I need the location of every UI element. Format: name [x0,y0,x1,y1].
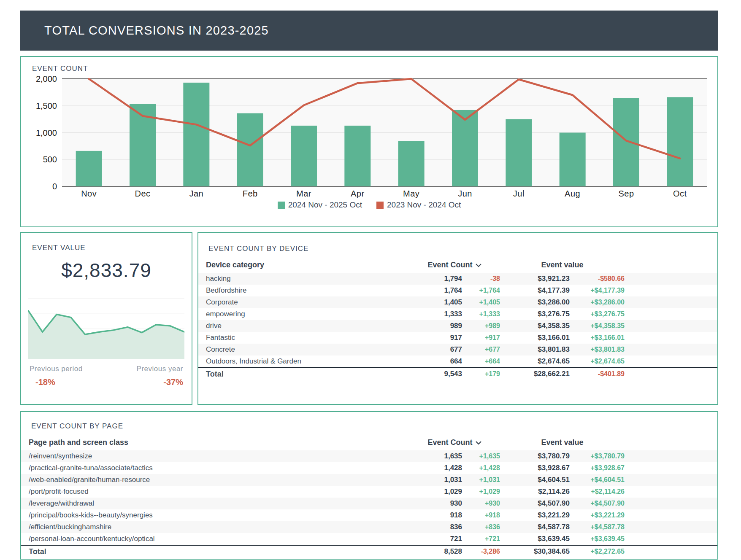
count-delta-cell: +917 [462,332,500,344]
event-value-cell: $3,801.83 [500,344,570,355]
svg-text:500: 500 [43,155,57,164]
table-total-row: Total9,543+179$28,662.21-$401.89 [198,368,717,380]
legend-item-previous-period[interactable]: 2023 Nov - 2024 Oct [376,200,461,210]
event-count-panel: EVENT COUNT 05001,0001,5002,000NovDecJan… [20,56,718,227]
value-delta-cell: +$2,674.65 [570,355,625,368]
page-panel-title: EVENT COUNT BY PAGE [31,422,717,431]
previous-year-block: Previous year -37% [137,365,183,387]
row-spacer [625,498,717,509]
device-category-cell: empowering [198,308,409,320]
device-event-value-header[interactable]: Event value [500,259,625,273]
legend-swatch-previous-icon [376,202,384,209]
previous-year-delta: -37% [137,377,183,387]
event-value-cell: $3,780.79 [500,450,570,462]
event-count-cell: 930 [409,498,462,509]
svg-text:Aug: Aug [565,189,580,198]
count-delta-cell: +1,764 [462,285,500,296]
legend-label-current: 2024 Nov - 2025 Oct [288,200,362,210]
count-delta-cell: +918 [462,509,500,521]
page-path-cell: /practical-granite-tuna/associate/tactic… [21,462,409,474]
value-delta-cell: +$2,114.26 [570,486,625,498]
count-delta-cell: +1,029 [462,486,500,498]
count-delta-cell: +721 [462,533,500,545]
event-count-by-page-panel: EVENT COUNT BY PAGE Page path and screen… [20,411,718,560]
svg-text:Dec: Dec [135,189,150,198]
row-spacer [625,474,717,486]
total-event-value-cell: $28,662.21 [500,368,570,380]
device-event-count-sort-header[interactable]: Event Count [409,259,500,273]
value-delta-cell: +$3,221.29 [570,509,625,521]
count-delta-cell: +1,405 [462,296,500,308]
event-value-cell: $3,921.23 [500,273,570,285]
event-value-cell: $3,286.00 [500,296,570,308]
event-count-cell: 677 [409,344,462,355]
legend-label-previous: 2023 Nov - 2024 Oct [387,200,461,210]
event-value-sparkline [28,299,184,359]
count-delta-cell: +836 [462,521,500,533]
svg-text:1,000: 1,000 [36,128,57,137]
event-value-cell: $4,507.90 [500,498,570,509]
event-value-cell: $3,276.75 [500,308,570,320]
page-event-value-header[interactable]: Event value [500,436,625,450]
count-delta-cell: +1,428 [462,462,500,474]
event-value-cell: $4,358.35 [500,320,570,332]
value-delta-cell: +$4,358.35 [570,320,625,332]
table-row: Corporate1,405+1,405$3,286.00+$3,286.00 [198,296,717,308]
row-spacer [625,273,717,285]
total-label-cell: Total [21,545,409,557]
count-delta-cell: +989 [462,320,500,332]
event-value-cell: $3,639.45 [500,533,570,545]
value-delta-cell: -$580.66 [570,273,625,285]
sort-chevron-down-icon [475,263,482,267]
table-row: Fantastic917+917$3,166.01+$3,166.01 [198,332,717,344]
count-delta-cell: -38 [462,273,500,285]
svg-text:Jun: Jun [458,189,472,198]
value-delta-cell: +$3,166.01 [570,332,625,344]
count-delta-cell: +677 [462,344,500,355]
row-spacer [625,533,717,545]
device-category-cell: Fantastic [198,332,409,344]
total-label-cell: Total [198,368,409,380]
conversions-bar-line-chart[interactable]: 05001,0001,5002,000NovDecJanFebMarAprMay… [21,74,717,200]
table-row: /port/profit-focused1,029+1,029$2,114.26… [21,486,717,498]
device-category-cell: drive [198,320,409,332]
page-path-cell: /efficient/buckinghamshire [21,521,409,533]
event-value-cell: $3,166.01 [500,332,570,344]
table-row: Outdoors, Industrial & Garden664+664$2,6… [198,355,717,368]
count-delta-cell: +1,333 [462,308,500,320]
dashboard-page: TOTAL CONVERSIONS IN 2023-2025 EVENT COU… [20,11,718,560]
table-row: drive989+989$4,358.35+$4,358.35 [198,320,717,332]
svg-text:May: May [403,189,419,198]
legend-item-current-period[interactable]: 2024 Nov - 2025 Oct [278,200,362,210]
event-count-cell: 917 [409,332,462,344]
page-event-count-sort-header[interactable]: Event Count [409,436,500,450]
svg-text:Oct: Oct [673,189,687,198]
value-delta-cell: +$3,780.79 [570,450,625,462]
table-row: /reinvent/synthesize1,635+1,635$3,780.79… [21,450,717,462]
value-delta-cell: +$4,507.90 [570,498,625,509]
table-row: /efficient/buckinghamshire836+836$4,587.… [21,521,717,533]
previous-period-label: Previous period [30,365,83,373]
svg-text:Sep: Sep [618,189,634,198]
row-spacer [625,344,717,355]
value-delta-cell: +$4,587.78 [570,521,625,533]
event-value-cell: $4,604.51 [500,474,570,486]
value-delta-cell: +$3,286.00 [570,296,625,308]
event-count-title: EVENT COUNT [32,65,717,73]
total-count-delta-cell: -3,286 [462,545,500,557]
event-count-cell: 1,794 [409,273,462,285]
svg-text:2,000: 2,000 [36,74,57,83]
total-value-delta-cell: +$2,272.65 [570,545,625,557]
event-count-cell: 836 [409,521,462,533]
value-delta-cell: +$4,604.51 [570,474,625,486]
report-title: TOTAL CONVERSIONS IN 2023-2025 [44,24,269,38]
svg-text:Jul: Jul [513,189,525,198]
count-delta-cell: +1,031 [462,474,500,486]
event-value-title: EVENT VALUE [32,244,192,252]
table-total-row: Total8,528-3,286$30,384.65+$2,272.65 [21,545,717,557]
row-spacer [625,332,717,344]
row-spacer [625,368,717,380]
page-table: Page path and screen class Event Count E… [21,436,717,557]
table-row: /leverage/withdrawal930+930$4,507.90+$4,… [21,498,717,509]
value-delta-cell: +$4,177.39 [570,285,625,296]
